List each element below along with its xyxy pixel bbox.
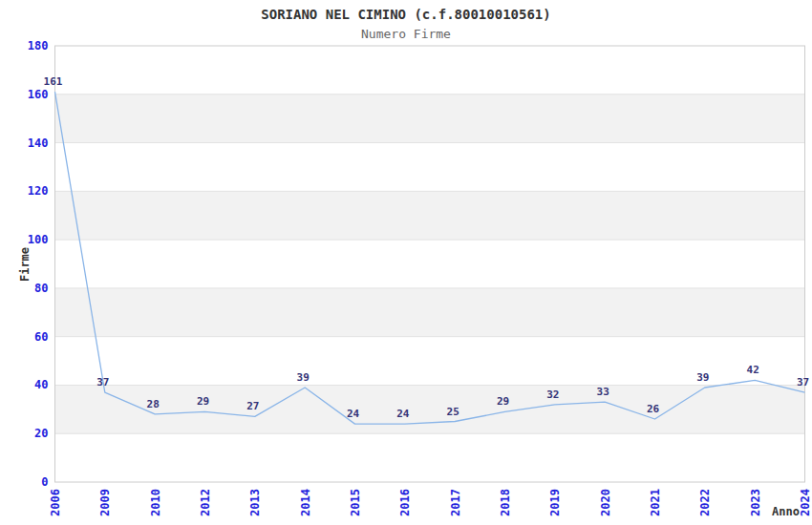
data-point-label: 24: [396, 408, 410, 420]
band: [55, 385, 805, 433]
y-tick-label: 60: [34, 330, 48, 344]
x-tick-label: 2019: [548, 489, 562, 516]
x-tick-label: 2015: [349, 489, 362, 516]
x-tick-label: 2012: [199, 489, 212, 516]
y-tick-label: 0: [41, 475, 48, 489]
data-point-label: 29: [197, 395, 209, 408]
x-tick-label: 2021: [649, 489, 662, 516]
gridlines: [55, 94, 805, 433]
band: [55, 94, 805, 143]
data-point-label: 32: [546, 388, 559, 401]
x-tick-label: 2013: [248, 489, 262, 516]
data-point-label: 37: [797, 376, 809, 388]
y-tick-label: 20: [34, 427, 48, 440]
y-axis-title: Firme: [18, 247, 32, 282]
chart-title: SORIANO NEL CIMINO (c.f.80010010561): [261, 7, 550, 22]
chart-subtitle: Numero Firme: [361, 27, 451, 41]
y-tick-label: 40: [34, 378, 48, 391]
y-tick-label: 120: [28, 184, 49, 198]
data-point-label: 26: [647, 403, 660, 415]
data-point-label: 25: [447, 406, 459, 418]
data-point-label: 28: [147, 398, 160, 410]
x-tick-label: 2024: [799, 489, 812, 516]
x-tick-label: 2023: [749, 489, 762, 516]
data-point-label: 39: [696, 371, 709, 384]
line-chart: 161372829273924242529323326394237 020406…: [0, 0, 812, 525]
data-point-label: 24: [347, 408, 360, 420]
data-point-label: 27: [246, 400, 259, 412]
band: [55, 288, 805, 337]
data-point-label: 37: [96, 376, 109, 388]
x-axis-title: Anno: [772, 505, 800, 518]
x-tick-label: 2017: [449, 489, 462, 516]
x-tick-label: 2020: [599, 489, 612, 516]
data-point-label: 161: [44, 75, 63, 88]
y-tick-label: 100: [28, 233, 49, 246]
data-point-label: 42: [747, 364, 759, 376]
x-tick-label: 2016: [398, 489, 412, 516]
x-tick-label: 2006: [49, 489, 62, 516]
data-point-label: 33: [597, 386, 609, 398]
x-tick-label: 2022: [698, 489, 712, 516]
y-tick-label: 160: [28, 88, 49, 101]
x-tick-label: 2010: [149, 489, 162, 516]
x-axis-tick-labels: 2006200920102012201320142015201620172018…: [49, 489, 812, 516]
x-tick-label: 2018: [499, 489, 512, 516]
y-tick-label: 80: [34, 282, 48, 295]
background-bands: [55, 94, 805, 433]
data-point-label: 29: [497, 395, 509, 408]
y-tick-label: 180: [28, 39, 49, 52]
x-tick-label: 2009: [98, 489, 112, 516]
x-tick-label: 2014: [299, 489, 312, 516]
y-tick-label: 140: [28, 136, 49, 150]
chart-page: 161372829273924242529323326394237 020406…: [0, 0, 812, 525]
data-point-label: 39: [297, 371, 310, 384]
band: [55, 191, 805, 240]
